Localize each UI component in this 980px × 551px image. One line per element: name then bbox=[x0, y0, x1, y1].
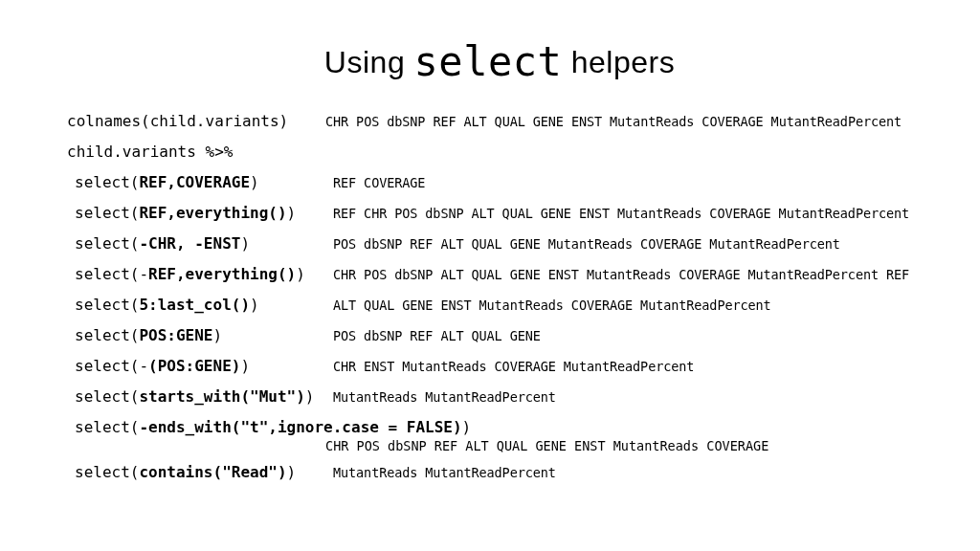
row-pipe: child.variants %>% bbox=[67, 143, 932, 162]
code-select-contains-read: select(contains("Read")) bbox=[67, 463, 333, 482]
row-select-drop-pos-gene: select(-(POS:GENE)) CHR ENST MutantReads… bbox=[67, 357, 932, 376]
slide: Using select helpers colnames(child.vari… bbox=[0, 0, 980, 551]
output-select-drop-pos-gene: CHR ENST MutantReads COVERAGE MutantRead… bbox=[333, 359, 932, 375]
code-select-starts-with-mut: select(starts_with("Mut")) bbox=[67, 387, 333, 407]
title-mono: select bbox=[414, 38, 563, 85]
row-select-5-lastcol: select(5:last_col()) ALT QUAL GENE ENST … bbox=[67, 296, 932, 315]
row-select-ends-with-t: select(-ends_with("t",ignore.case = FALS… bbox=[67, 418, 932, 453]
output-select-ref-coverage: REF COVERAGE bbox=[333, 175, 932, 191]
output-select-ref-everything: REF CHR POS dbSNP ALT QUAL GENE ENST Mut… bbox=[333, 206, 932, 222]
output-select-starts-with-mut: MutantReads MutantReadPercent bbox=[333, 389, 932, 406]
code-select-drop-chr-enst: select(-CHR, -ENST) bbox=[67, 234, 333, 253]
output-select-5-lastcol: ALT QUAL GENE ENST MutantReads COVERAGE … bbox=[333, 298, 932, 314]
code-pipe: child.variants %>% bbox=[67, 143, 325, 162]
code-select-neg-ref-everything: select(-REF,everything()) bbox=[67, 265, 333, 284]
row-select-neg-ref-everything: select(-REF,everything()) CHR POS dbSNP … bbox=[67, 265, 932, 284]
page-title: Using select helpers bbox=[67, 38, 932, 85]
output-colnames: CHR POS dbSNP REF ALT QUAL GENE ENST Mut… bbox=[325, 114, 932, 130]
output-select-pos-gene: POS dbSNP REF ALT QUAL GENE bbox=[333, 328, 932, 344]
title-suffix: helpers bbox=[562, 45, 675, 79]
code-select-ref-everything: select(REF,everything()) bbox=[67, 204, 333, 223]
code-select-ref-coverage: select(REF,COVERAGE) bbox=[67, 173, 333, 192]
code-select-5-lastcol: select(5:last_col()) bbox=[67, 296, 333, 315]
code-select-pos-gene: select(POS:GENE) bbox=[67, 326, 333, 345]
output-select-neg-ref-everything: CHR POS dbSNP ALT QUAL GENE ENST MutantR… bbox=[333, 267, 932, 283]
row-select-ref-everything: select(REF,everything()) REF CHR POS dbS… bbox=[67, 204, 932, 223]
row-select-pos-gene: select(POS:GENE) POS dbSNP REF ALT QUAL … bbox=[67, 326, 932, 345]
code-colnames: colnames(child.variants) bbox=[67, 112, 325, 131]
code-select-ends-with-t: select(-ends_with("t",ignore.case = FALS… bbox=[67, 418, 932, 436]
row-select-contains-read: select(contains("Read")) MutantReads Mut… bbox=[67, 463, 932, 482]
output-select-ends-with-t: CHR POS dbSNP REF ALT QUAL GENE ENST Mut… bbox=[67, 438, 932, 453]
title-prefix: Using bbox=[324, 45, 414, 79]
row-colnames: colnames(child.variants) CHR POS dbSNP R… bbox=[67, 112, 932, 131]
output-select-drop-chr-enst: POS dbSNP REF ALT QUAL GENE MutantReads … bbox=[333, 236, 932, 253]
row-select-drop-chr-enst: select(-CHR, -ENST) POS dbSNP REF ALT QU… bbox=[67, 234, 932, 253]
row-select-ref-coverage: select(REF,COVERAGE) REF COVERAGE bbox=[67, 173, 932, 192]
row-select-starts-with-mut: select(starts_with("Mut")) MutantReads M… bbox=[67, 387, 932, 407]
output-select-contains-read: MutantReads MutantReadPercent bbox=[333, 465, 932, 481]
code-select-drop-pos-gene: select(-(POS:GENE)) bbox=[67, 357, 333, 376]
